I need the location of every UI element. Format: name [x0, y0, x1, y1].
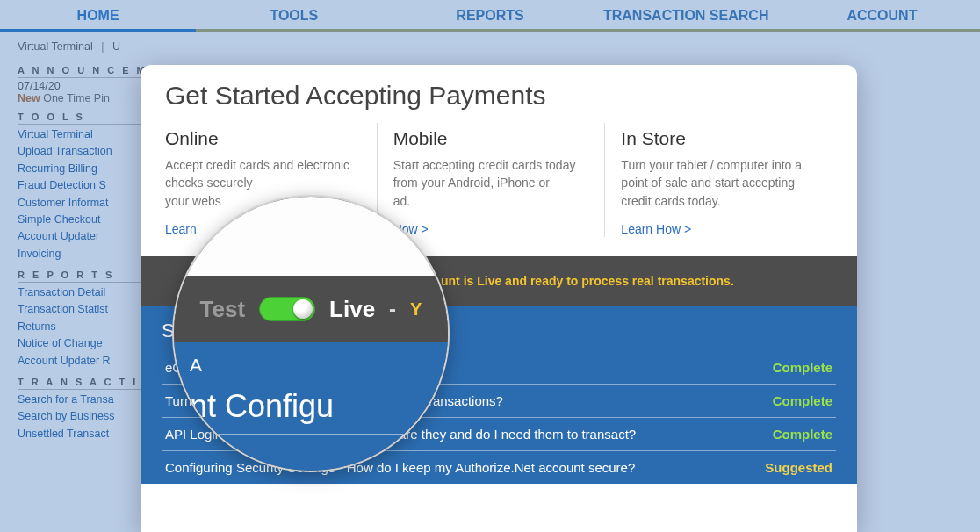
mag-status-y: Y — [410, 299, 422, 320]
magnifier: Test Live - Y A nt Configu — [172, 195, 450, 472]
col-mobile-p: Start accepting credit cards today from … — [393, 156, 589, 192]
mag-config-hdr: A — [190, 355, 432, 376]
mag-config-row: nt Configu — [190, 388, 432, 435]
col-online-p: Accept credit cards and electronic check… — [165, 156, 361, 192]
col-mobile-h: Mobile — [393, 128, 589, 149]
toggle-knob-icon — [293, 299, 313, 319]
toggle-dash: - — [389, 297, 396, 321]
toggle-label-test: Test — [200, 296, 246, 323]
col-online-h: Online — [165, 128, 361, 149]
toggle-label-live: Live — [329, 296, 375, 323]
card-title: Get Started Accepting Payments — [141, 65, 857, 123]
step-3-status: Suggested — [765, 460, 832, 475]
col-instore-learn[interactable]: Learn How > — [621, 222, 691, 236]
col-instore-p: Turn your tablet / computer into a point… — [621, 156, 817, 210]
col-mobile-p2: ad. — [393, 192, 589, 210]
col-online-learn[interactable]: Learn — [165, 222, 197, 236]
magnifier-statusbar: Test Live - Y — [174, 276, 448, 342]
step-0-status: Complete — [773, 360, 832, 375]
col-instore-h: In Store — [621, 128, 817, 149]
step-2-status: Complete — [773, 427, 832, 442]
test-live-toggle[interactable] — [259, 297, 315, 321]
step-3-label: Configuring Security Settings - How do I… — [165, 460, 635, 475]
col-instore: In Store Turn your tablet / computer int… — [604, 123, 832, 237]
status-msg: unt is Live and ready to process real tr… — [441, 274, 734, 288]
col-mobile: Mobile Start accepting credit cards toda… — [377, 123, 605, 237]
step-1-status: Complete — [773, 393, 832, 408]
